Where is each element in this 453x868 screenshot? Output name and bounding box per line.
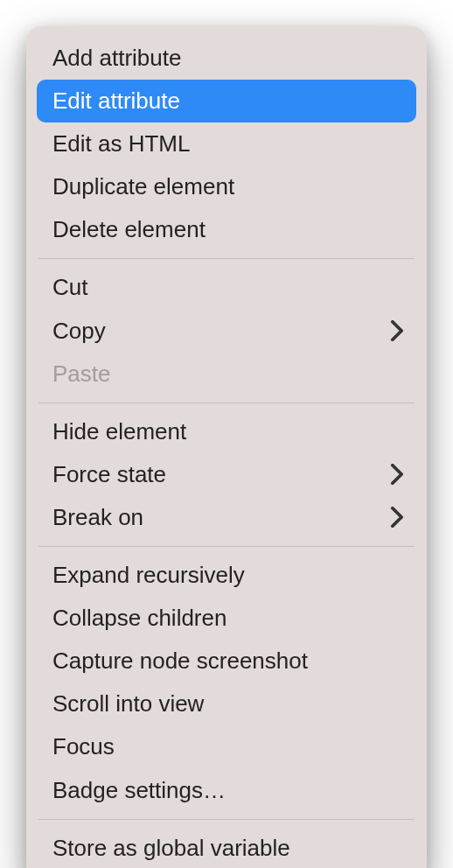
chevron-right-icon <box>390 320 404 341</box>
menu-item-label: Focus <box>52 732 404 762</box>
menu-item-label: Edit attribute <box>52 86 404 116</box>
menu-separator <box>38 258 415 259</box>
menu-item-duplicate-element[interactable]: Duplicate element <box>26 165 427 208</box>
menu-item-badge-settings[interactable]: Badge settings… <box>26 769 427 812</box>
menu-item-add-attribute[interactable]: Add attribute <box>26 37 427 80</box>
menu-item-copy[interactable]: Copy <box>26 310 427 353</box>
menu-item-label: Add attribute <box>52 43 404 74</box>
menu-item-edit-attribute[interactable]: Edit attribute <box>37 80 416 122</box>
menu-item-hide-element[interactable]: Hide element <box>26 410 427 453</box>
chevron-right-icon <box>390 507 404 528</box>
menu-item-paste: Paste <box>26 353 427 396</box>
menu-item-label: Scroll into view <box>52 689 404 719</box>
menu-item-label: Copy <box>52 316 380 346</box>
menu-item-label: Collapse children <box>52 603 404 634</box>
menu-item-force-state[interactable]: Force state <box>26 453 427 496</box>
menu-item-break-on[interactable]: Break on <box>26 496 427 539</box>
menu-item-cut[interactable]: Cut <box>26 266 427 309</box>
menu-item-capture-node-screenshot[interactable]: Capture node screenshot <box>26 640 427 682</box>
menu-item-label: Edit as HTML <box>52 129 404 159</box>
menu-item-collapse-children[interactable]: Collapse children <box>26 597 427 640</box>
menu-separator <box>38 546 415 547</box>
menu-item-focus[interactable]: Focus <box>26 725 427 768</box>
menu-item-label: Expand recursively <box>52 560 404 591</box>
menu-item-expand-recursively[interactable]: Expand recursively <box>26 554 427 597</box>
menu-separator <box>38 819 415 820</box>
menu-item-label: Store as global variable <box>52 833 404 864</box>
menu-item-scroll-into-view[interactable]: Scroll into view <box>26 682 427 725</box>
menu-item-label: Hide element <box>52 416 404 447</box>
context-menu: Add attributeEdit attributeEdit as HTMLD… <box>26 26 427 868</box>
menu-item-edit-as-html[interactable]: Edit as HTML <box>26 122 427 165</box>
menu-item-label: Capture node screenshot <box>52 646 404 676</box>
menu-item-label: Force state <box>52 459 380 490</box>
menu-item-label: Break on <box>52 502 380 533</box>
menu-item-label: Badge settings… <box>52 775 404 806</box>
chevron-right-icon <box>390 464 404 485</box>
menu-item-label: Delete element <box>52 214 404 245</box>
menu-item-label: Cut <box>52 272 404 303</box>
menu-item-delete-element[interactable]: Delete element <box>26 208 427 251</box>
menu-separator <box>38 402 415 403</box>
menu-item-label: Paste <box>52 359 404 389</box>
menu-item-store-as-global-variable[interactable]: Store as global variable <box>26 827 427 868</box>
menu-item-label: Duplicate element <box>52 172 404 202</box>
